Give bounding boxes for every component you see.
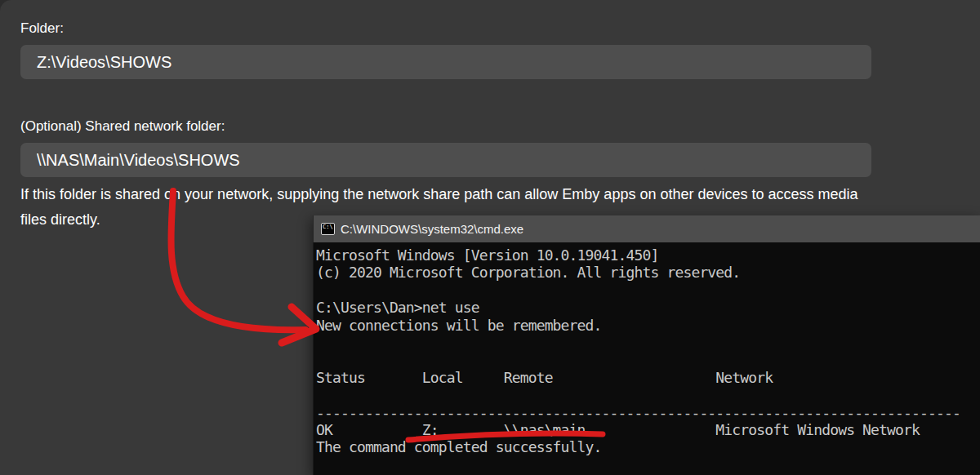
annotation-arrow-head-icon xyxy=(282,307,316,343)
cmd-window-title: C:\WINDOWS\system32\cmd.exe xyxy=(341,222,523,236)
cmd-window-titlebar[interactable]: C:\ C:\WINDOWS\system32\cmd.exe xyxy=(313,215,980,242)
folder-label: Folder: xyxy=(20,20,64,37)
cmd-console-output: Microsoft Windows [Version 10.0.19041.45… xyxy=(313,242,980,475)
settings-panel: Folder: (Optional) Shared network folder… xyxy=(0,0,980,475)
console-text: Microsoft Windows [Version 10.0.19041.45… xyxy=(314,242,980,456)
shared-network-folder-label: (Optional) Shared network folder: xyxy=(20,118,225,135)
folder-path-input[interactable] xyxy=(20,45,871,79)
cmd-prompt-icon: C:\ xyxy=(321,223,335,235)
cmd-window: C:\ C:\WINDOWS\system32\cmd.exe Microsof… xyxy=(313,215,980,475)
shared-network-folder-input[interactable] xyxy=(20,143,871,177)
